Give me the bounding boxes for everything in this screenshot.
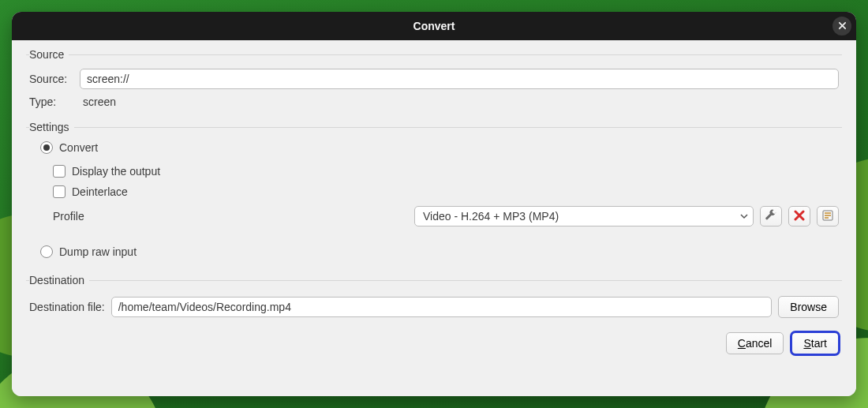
convert-dialog: Convert Source Source: Type: screen Sett… [12,12,856,396]
source-label: Source: [29,73,73,85]
type-value: screen [80,95,116,108]
browse-button[interactable]: Browse [778,296,839,318]
settings-legend: Settings [29,121,74,133]
destination-group: Destination Destination file: Browse [26,274,842,326]
browse-button-label: Browse [790,301,827,313]
window-title: Convert [413,20,455,32]
dialog-body: Source Source: Type: screen Settings Con… [12,40,856,396]
close-icon [838,20,847,32]
radio-dot-icon [40,141,53,154]
radio-dot-icon [40,245,53,258]
cancel-button-label: Cancel [738,337,773,350]
x-red-icon [793,209,806,224]
profile-combobox[interactable]: Video - H.264 + MP3 (MP4) [414,206,754,226]
wrench-icon [765,209,777,224]
new-profile-button[interactable] [817,206,839,226]
convert-radio-row: Convert [26,140,842,155]
edit-profile-button[interactable] [760,206,782,226]
source-input[interactable] [80,69,839,89]
dialog-footer: Cancel Start [26,326,842,354]
display-output-checkbox[interactable]: Display the output [53,165,160,178]
dump-raw-radio[interactable]: Dump raw input [40,245,137,258]
source-group: Source Source: Type: screen [26,48,842,114]
dump-raw-label: Dump raw input [59,245,137,258]
cancel-button[interactable]: Cancel [726,332,784,354]
start-button[interactable]: Start [791,332,839,354]
destination-file-label: Destination file: [29,301,105,313]
type-label: Type: [29,95,73,108]
source-legend: Source [29,48,69,61]
destination-legend: Destination [29,274,89,286]
checkbox-box-icon [53,185,65,198]
start-button-label: Start [803,337,827,350]
destination-file-input[interactable] [111,297,773,317]
deinterlace-row: Deinterlace [26,184,842,200]
profile-label: Profile [53,210,84,223]
dump-raw-row: Dump raw input [26,244,842,260]
destination-row: Destination file: Browse [26,293,842,321]
deinterlace-checkbox[interactable]: Deinterlace [53,185,128,198]
convert-radio-label: Convert [59,141,98,154]
delete-profile-button[interactable] [788,206,810,226]
checkbox-box-icon [53,165,65,178]
source-row: Source: [26,67,842,91]
new-profile-icon [821,209,834,224]
chevron-down-icon [740,212,748,220]
display-output-label: Display the output [72,165,160,178]
type-row: Type: screen [26,94,842,110]
profile-combo-value: Video - H.264 + MP3 (MP4) [423,210,740,223]
display-output-row: Display the output [26,163,842,179]
profile-row: Profile Video - H.264 + MP3 (MP4) [26,200,842,230]
titlebar: Convert [12,12,856,40]
settings-group: Settings Convert Display the output Dein… [26,121,842,268]
deinterlace-label: Deinterlace [72,185,128,198]
close-button[interactable] [832,17,851,36]
convert-radio[interactable]: Convert [40,141,98,154]
